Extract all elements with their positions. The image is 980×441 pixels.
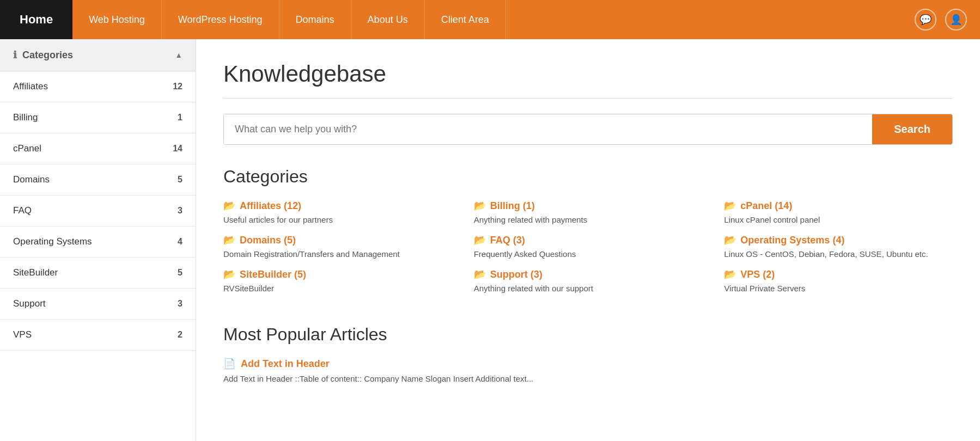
sidebar-item-billing[interactable]: Billing 1 <box>0 102 196 133</box>
sidebar-item-vps[interactable]: VPS 2 <box>0 320 196 351</box>
sidebar-item-count: 1 <box>178 113 182 122</box>
category-vps-desc: Virtual Private Servers <box>724 283 953 294</box>
category-vps-link[interactable]: 📂 VPS (2) <box>724 268 953 280</box>
folder-icon: 📂 <box>724 234 736 246</box>
sidebar-item-label: Operating Systems <box>13 236 92 247</box>
article-desc: Add Text in Header ::Table of content:: … <box>223 374 953 383</box>
categories-grid: 📂 Affiliates (12) Useful articles for ou… <box>223 200 953 303</box>
category-domains-desc: Domain Registration/Transfers and Manage… <box>223 248 452 260</box>
sidebar-item-cpanel[interactable]: cPanel 14 <box>0 133 196 164</box>
category-affiliates-desc: Useful articles for our partners <box>223 214 452 225</box>
sidebar-header-label: Categories <box>22 50 73 61</box>
nav-item-wordpress-hosting[interactable]: WordPress Hosting <box>162 0 279 39</box>
chat-icon: 💬 <box>920 14 932 26</box>
folder-icon: 📂 <box>223 234 235 246</box>
category-faq-desc: Frequently Asked Questions <box>474 248 703 260</box>
category-affiliates: 📂 Affiliates (12) Useful articles for ou… <box>223 200 452 225</box>
user-icon-button[interactable]: 👤 <box>945 9 967 30</box>
category-vps: 📂 VPS (2) Virtual Private Servers <box>724 268 953 294</box>
sidebar-item-label: Affiliates <box>13 81 48 92</box>
nav-items: Web Hosting WordPress Hosting Domains Ab… <box>72 0 902 39</box>
chevron-up-icon: ▲ <box>175 51 182 59</box>
sidebar-item-affiliates[interactable]: Affiliates 12 <box>0 71 196 102</box>
category-cpanel-label: cPanel (14) <box>740 200 792 212</box>
category-billing-label: Billing (1) <box>490 200 535 212</box>
category-support-desc: Anything related with our support <box>474 283 703 294</box>
folder-icon: 📂 <box>223 200 235 212</box>
sidebar: ℹ Categories ▲ Affiliates 12 Billing 1 c… <box>0 39 196 441</box>
category-operating-systems-link[interactable]: 📂 Operating Systems (4) <box>724 234 953 246</box>
category-billing-link[interactable]: 📂 Billing (1) <box>474 200 703 212</box>
nav-item-domains[interactable]: Domains <box>279 0 351 39</box>
title-divider <box>223 98 953 99</box>
category-col-2: 📂 Billing (1) Anything related with paym… <box>474 200 703 303</box>
sidebar-item-count: 3 <box>178 299 182 309</box>
folder-icon: 📂 <box>474 234 486 246</box>
category-support-link[interactable]: 📂 Support (3) <box>474 268 703 280</box>
category-support: 📂 Support (3) Anything related with our … <box>474 268 703 294</box>
sidebar-item-sitebuilder[interactable]: SiteBuilder 5 <box>0 258 196 289</box>
nav-item-client-area[interactable]: Client Area <box>425 0 506 39</box>
page-title: Knowledgebase <box>223 61 953 87</box>
sidebar-item-label: VPS <box>13 329 32 340</box>
category-affiliates-label: Affiliates (12) <box>240 200 301 212</box>
sidebar-item-count: 12 <box>173 82 182 91</box>
category-operating-systems-label: Operating Systems (4) <box>740 235 844 246</box>
category-faq-label: FAQ (3) <box>490 235 525 246</box>
category-col-3: 📂 cPanel (14) Linux cPanel control panel… <box>724 200 953 303</box>
sidebar-item-faq[interactable]: FAQ 3 <box>0 195 196 226</box>
search-input[interactable] <box>224 114 872 144</box>
folder-icon: 📂 <box>223 268 235 280</box>
category-sitebuilder-link[interactable]: 📂 SiteBuilder (5) <box>223 268 452 280</box>
category-domains-label: Domains (5) <box>240 235 296 246</box>
folder-icon: 📂 <box>724 268 736 280</box>
sidebar-item-count: 5 <box>178 268 182 278</box>
category-domains-link[interactable]: 📂 Domains (5) <box>223 234 452 246</box>
sidebar-item-label: Support <box>13 298 46 309</box>
article-link-add-text-header[interactable]: 📄 Add Text in Header <box>223 358 953 370</box>
article-label: Add Text in Header <box>241 358 330 370</box>
category-support-label: Support (3) <box>490 269 543 280</box>
user-icon: 👤 <box>950 14 962 26</box>
category-cpanel: 📂 cPanel (14) Linux cPanel control panel <box>724 200 953 225</box>
category-vps-label: VPS (2) <box>740 269 775 280</box>
sidebar-item-count: 4 <box>178 237 182 247</box>
category-faq-link[interactable]: 📂 FAQ (3) <box>474 234 703 246</box>
sidebar-item-count: 3 <box>178 206 182 216</box>
sidebar-item-count: 5 <box>178 175 182 185</box>
category-cpanel-link[interactable]: 📂 cPanel (14) <box>724 200 953 212</box>
category-sitebuilder: 📂 SiteBuilder (5) RVSiteBuilder <box>223 268 452 294</box>
sidebar-item-label: FAQ <box>13 205 32 216</box>
sidebar-item-domains[interactable]: Domains 5 <box>0 164 196 195</box>
nav-home[interactable]: Home <box>0 0 72 39</box>
search-bar: Search <box>223 114 953 145</box>
sidebar-header: ℹ Categories ▲ <box>0 39 196 71</box>
category-operating-systems-desc: Linux OS - CentOS, Debian, Fedora, SUSE,… <box>724 248 953 260</box>
search-button[interactable]: Search <box>872 114 952 144</box>
category-domains: 📂 Domains (5) Domain Registration/Transf… <box>223 234 452 260</box>
category-faq: 📂 FAQ (3) Frequently Asked Questions <box>474 234 703 260</box>
nav-icons: 💬 👤 <box>902 9 980 30</box>
page-layout: ℹ Categories ▲ Affiliates 12 Billing 1 c… <box>0 39 980 441</box>
chat-icon-button[interactable]: 💬 <box>915 9 936 30</box>
folder-icon: 📂 <box>474 268 486 280</box>
sidebar-item-operating-systems[interactable]: Operating Systems 4 <box>0 226 196 258</box>
categories-section-title: Categories <box>223 167 953 187</box>
category-billing-desc: Anything related with payments <box>474 214 703 225</box>
sidebar-item-support[interactable]: Support 3 <box>0 289 196 320</box>
folder-icon: 📂 <box>724 200 736 212</box>
category-sitebuilder-desc: RVSiteBuilder <box>223 283 452 294</box>
category-affiliates-link[interactable]: 📂 Affiliates (12) <box>223 200 452 212</box>
nav-item-web-hosting[interactable]: Web Hosting <box>72 0 162 39</box>
category-billing: 📂 Billing (1) Anything related with paym… <box>474 200 703 225</box>
nav-item-about-us[interactable]: About Us <box>351 0 425 39</box>
folder-icon: 📂 <box>474 200 486 212</box>
sidebar-item-label: Billing <box>13 112 38 123</box>
sidebar-item-label: SiteBuilder <box>13 267 58 278</box>
article-icon: 📄 <box>223 358 235 370</box>
category-col-1: 📂 Affiliates (12) Useful articles for ou… <box>223 200 452 303</box>
category-cpanel-desc: Linux cPanel control panel <box>724 214 953 225</box>
sidebar-header-left: ℹ Categories <box>13 49 73 61</box>
sidebar-item-count: 14 <box>173 144 182 154</box>
popular-articles-title: Most Popular Articles <box>223 324 953 345</box>
